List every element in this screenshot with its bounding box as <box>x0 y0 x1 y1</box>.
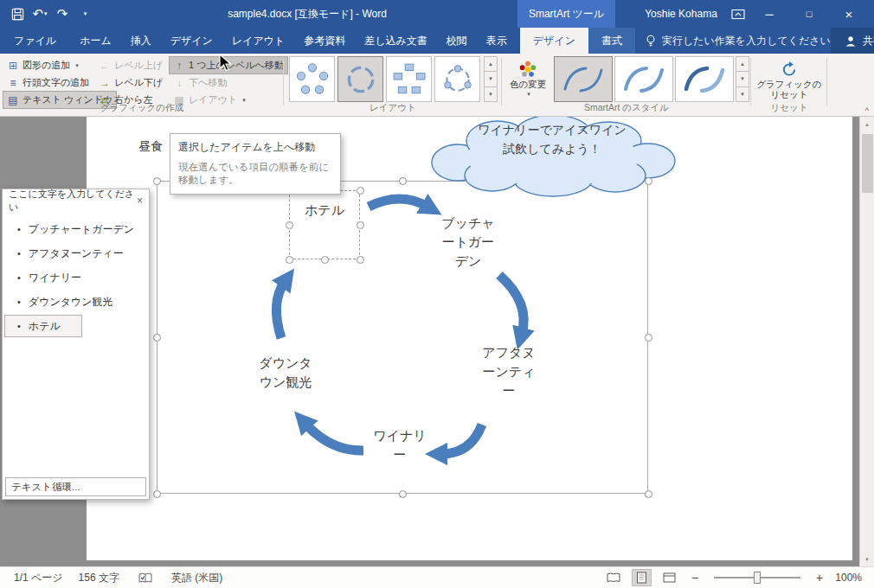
text-pane-close-button[interactable]: × <box>137 195 143 207</box>
gallery-up-button[interactable]: ▲ <box>736 56 749 72</box>
zoom-slider-thumb[interactable] <box>754 572 761 584</box>
proofing-status-button[interactable] <box>135 571 156 585</box>
layout-thumbnail-4[interactable] <box>434 56 480 102</box>
selection-handle[interactable] <box>286 256 293 264</box>
selection-handle[interactable] <box>645 177 652 185</box>
scroll-up-button[interactable]: ▲ <box>860 117 874 131</box>
style-preview-icon <box>558 61 608 99</box>
text-pane-item-label: ホテル <box>29 319 61 334</box>
selection-handle[interactable] <box>153 177 161 185</box>
change-colors-button[interactable]: 色の変更 ▾ <box>505 56 550 102</box>
gallery-more-button[interactable]: ▼ <box>484 87 498 102</box>
style-preview-icon <box>619 61 669 99</box>
gallery-down-button[interactable]: ▼ <box>736 72 749 86</box>
cycle-node-afternoon-tea[interactable]: アフタヌ ーンティ ー <box>472 343 545 400</box>
selection-handle[interactable] <box>321 256 329 264</box>
add-bullet-button[interactable]: ≡ 行頭文字の追加 <box>3 74 93 91</box>
text-pane-item-selected[interactable]: • ホテル <box>5 316 81 336</box>
change-colors-icon <box>518 61 537 79</box>
zoom-level[interactable]: 100% <box>835 572 862 584</box>
selection-handle[interactable] <box>399 177 407 185</box>
bullet-icon: • <box>17 297 21 307</box>
chevron-down-icon: ▾ <box>44 10 48 17</box>
zoom-slider[interactable] <box>714 577 800 578</box>
selection-handle[interactable] <box>153 490 161 498</box>
tell-me-box[interactable]: 実行したい作業を入力してください <box>646 28 831 54</box>
collapse-ribbon-button[interactable]: ^ <box>865 106 869 115</box>
layout-thumbnail-3[interactable] <box>386 56 432 102</box>
selection-handle[interactable] <box>357 256 364 264</box>
tab-smartart-design[interactable]: デザイン <box>520 28 588 54</box>
selection-handle[interactable] <box>357 187 364 195</box>
group-separator <box>750 58 751 105</box>
scroll-thumb[interactable] <box>862 134 873 193</box>
redo-button[interactable]: ↷ <box>54 3 71 24</box>
tab-home[interactable]: ホーム <box>70 28 121 54</box>
text-pane-item[interactable]: • ワイナリー <box>3 265 149 290</box>
undo-button[interactable]: ↶▾ <box>31 3 48 24</box>
tab-references[interactable]: 参考資料 <box>294 28 355 54</box>
selection-handle[interactable] <box>286 221 293 229</box>
cycle-node-butchart-garden[interactable]: ブッチャ ートガー デン <box>432 214 504 271</box>
cloud-callout-text[interactable]: ワイナリーでアイスワイン 試飲してみよう！ <box>421 120 683 158</box>
cycle-layout-icon <box>294 61 331 98</box>
user-name[interactable]: Yoshie Kohama <box>628 0 734 28</box>
layout-thumbnail-2[interactable] <box>337 56 383 102</box>
text-pane-footer[interactable]: テキスト循環... <box>5 477 146 496</box>
tab-design[interactable]: デザイン <box>161 28 222 54</box>
text-pane-item[interactable]: • アフタヌーンティー <box>3 241 149 265</box>
read-mode-button[interactable] <box>603 571 624 585</box>
tab-view[interactable]: 表示 <box>477 28 517 54</box>
selection-handle[interactable] <box>357 221 364 229</box>
ribbon-display-options-icon <box>731 9 745 20</box>
reset-graphic-button[interactable]: グラフィックの リセット <box>755 56 824 102</box>
document-body-text[interactable]: 昼食 <box>138 139 163 155</box>
cycle-node-downtown[interactable]: ダウンタ ウン観光 <box>249 354 322 392</box>
page-indicator[interactable]: 1/1 ページ <box>14 571 63 585</box>
web-layout-button[interactable] <box>659 571 679 585</box>
save-button[interactable] <box>9 3 26 24</box>
close-button[interactable]: × <box>829 0 869 28</box>
block-cycle-layout-icon <box>391 61 427 98</box>
word-count[interactable]: 156 文字 <box>79 571 119 585</box>
demote-label: レベル下げ <box>114 76 163 89</box>
scroll-down-button[interactable]: ▼ <box>860 552 874 566</box>
vertical-scrollbar[interactable]: ▲ ▼ <box>859 117 874 566</box>
print-layout-button[interactable] <box>633 570 651 585</box>
gallery-down-button[interactable]: ▼ <box>484 72 498 86</box>
gallery-more-button[interactable]: ▼ <box>736 87 749 102</box>
selected-node-outline[interactable] <box>289 190 360 259</box>
gallery-up-button[interactable]: ▲ <box>484 56 498 72</box>
status-bar-right: − + 100% <box>603 570 874 585</box>
text-pane-item[interactable]: • ダウンタウン観光 <box>3 290 149 314</box>
move-up-button[interactable]: ↑ 1 つ上のレベルへ移動 <box>170 57 287 74</box>
selection-handle[interactable] <box>153 334 161 342</box>
minimize-button[interactable]: ─ <box>749 0 789 28</box>
smartart-style-thumbnail-2[interactable] <box>614 56 673 102</box>
smartart-style-thumbnail-3[interactable] <box>675 56 734 102</box>
qat-customize-button[interactable]: ▾ <box>76 3 93 24</box>
tab-file[interactable]: ファイル <box>0 28 70 54</box>
share-button[interactable]: 共有 <box>831 28 874 54</box>
tab-smartart-format[interactable]: 書式 <box>588 28 635 54</box>
language-indicator[interactable]: 英語 (米国) <box>171 571 222 585</box>
bullet-icon: • <box>17 248 21 259</box>
tab-layout[interactable]: レイアウト <box>222 28 294 54</box>
selection-handle[interactable] <box>645 490 652 498</box>
selection-handle[interactable] <box>645 334 652 342</box>
cycle-node-winery[interactable]: ワイナリ ー <box>363 426 436 464</box>
selection-handle[interactable] <box>399 490 407 498</box>
layout-thumbnail-1[interactable] <box>289 56 335 102</box>
demote-button[interactable]: → レベル下げ <box>95 74 166 91</box>
tab-review[interactable]: 校閲 <box>437 28 477 54</box>
tab-mailings[interactable]: 差し込み文書 <box>355 28 437 54</box>
tab-insert[interactable]: 挿入 <box>121 28 161 54</box>
zoom-in-button[interactable]: + <box>813 571 826 585</box>
zoom-out-button[interactable]: − <box>688 571 702 585</box>
add-shape-button[interactable]: ⊞ 図形の追加 ▾ <box>3 57 82 74</box>
maximize-button[interactable]: □ <box>789 0 829 28</box>
promote-label: レベル上げ <box>114 59 163 72</box>
smartart-style-thumbnail-1[interactable] <box>554 56 613 102</box>
text-pane-item[interactable]: • ブッチャートガーデン <box>3 217 149 241</box>
ribbon-display-options-button[interactable] <box>727 0 749 28</box>
